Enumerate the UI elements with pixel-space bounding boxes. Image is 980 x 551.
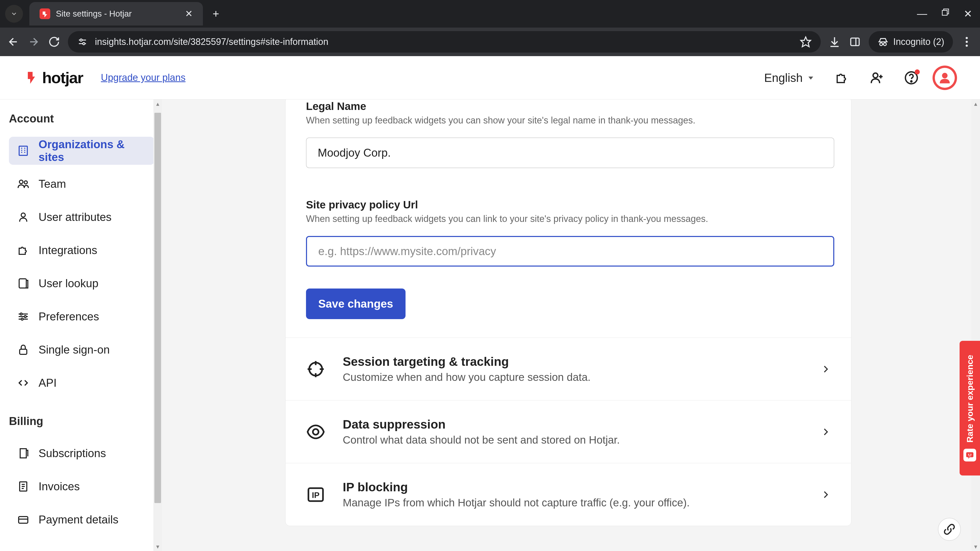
feedback-tab[interactable]: Rate your experience: [959, 341, 980, 475]
section-session-targeting[interactable]: Session targeting & tracking Customize w…: [286, 338, 851, 400]
svg-point-42: [20, 313, 22, 315]
reload-button[interactable]: [48, 35, 61, 48]
svg-rect-2: [942, 11, 947, 15]
favicon-icon: [40, 8, 50, 19]
copy-link-button[interactable]: [938, 518, 961, 541]
sidebar-section-billing: Billing: [9, 415, 154, 427]
sidebar-item-invoices[interactable]: Invoices: [9, 472, 154, 500]
hotjar-logo-icon: [24, 71, 38, 85]
tab-title: Site settings - Hotjar: [56, 9, 185, 19]
address-bar[interactable]: insights.hotjar.com/site/3825597/setting…: [68, 31, 821, 52]
svg-rect-38: [19, 279, 26, 288]
side-panel-button[interactable]: [848, 35, 862, 48]
svg-point-36: [24, 181, 27, 184]
user-avatar[interactable]: [932, 65, 957, 90]
section-title: Data suppression: [343, 417, 620, 431]
svg-point-22: [873, 73, 878, 78]
svg-point-62: [970, 454, 971, 455]
user-attributes-icon: [17, 211, 29, 223]
tab-close-icon[interactable]: ✕: [185, 8, 192, 19]
sidebar-item-payment-details[interactable]: Payment details: [9, 506, 154, 534]
window-minimize-button[interactable]: —: [917, 8, 927, 20]
hotjar-logo[interactable]: hotjar: [24, 68, 83, 87]
downloads-button[interactable]: [828, 35, 841, 48]
invite-user-button[interactable]: [870, 71, 884, 85]
target-icon: [306, 359, 325, 379]
code-icon: [17, 377, 29, 389]
section-ip-blocking[interactable]: IP IP blocking Manage IPs from which Hot…: [286, 463, 851, 526]
language-selector[interactable]: English: [764, 71, 815, 85]
scrollbar-thumb[interactable]: [154, 113, 161, 503]
sidebar-item-label: Team: [38, 178, 66, 190]
sidebar-item-label: Preferences: [38, 310, 99, 323]
svg-point-8: [83, 43, 85, 45]
chevron-right-icon: [821, 427, 831, 437]
invoices-icon: [17, 480, 29, 492]
app-header: hotjar Upgrade your plans English: [0, 56, 980, 100]
svg-point-35: [19, 180, 23, 184]
browser-tab[interactable]: Site settings - Hotjar ✕: [29, 2, 203, 25]
help-button[interactable]: [904, 71, 918, 85]
caret-down-icon: [807, 74, 815, 81]
browser-menu-button[interactable]: [960, 35, 974, 48]
section-data-suppression[interactable]: Data suppression Control what data shoul…: [286, 400, 851, 463]
upgrade-link[interactable]: Upgrade your plans: [101, 72, 186, 83]
sidebar-item-api[interactable]: API: [9, 369, 154, 397]
svg-rect-28: [19, 146, 27, 156]
extensions-button[interactable]: [835, 71, 849, 85]
new-tab-button[interactable]: +: [213, 7, 219, 20]
sidebar-item-sso[interactable]: Single sign-on: [9, 336, 154, 364]
privacy-url-input[interactable]: [306, 236, 834, 267]
section-title: IP blocking: [343, 480, 690, 494]
browser-toolbar: insights.hotjar.com/site/3825597/setting…: [0, 27, 980, 56]
svg-marker-63: [968, 457, 970, 459]
section-subtitle: Customize when and how you capture sessi…: [343, 371, 590, 383]
legal-name-input[interactable]: [306, 138, 834, 168]
sidebar-item-label: Integrations: [38, 244, 97, 257]
sidebar-item-preferences[interactable]: Preferences: [9, 303, 154, 330]
scroll-down-icon[interactable]: ▾: [971, 542, 980, 551]
scroll-down-icon[interactable]: ▾: [153, 542, 162, 551]
legal-name-hint: When setting up feedback widgets you can…: [306, 115, 832, 126]
link-icon: [943, 524, 955, 535]
puzzle-icon: [835, 71, 849, 85]
feedback-smiley-icon: [963, 449, 976, 462]
sidebar-item-user-attributes[interactable]: User attributes: [9, 203, 154, 231]
sidebar-item-label: Single sign-on: [38, 343, 110, 356]
svg-point-26: [911, 81, 912, 82]
forward-button[interactable]: [27, 35, 40, 48]
window-restore-button[interactable]: [941, 8, 950, 16]
svg-point-15: [880, 43, 883, 46]
url-text: insights.hotjar.com/site/3825597/setting…: [95, 37, 793, 47]
sidebar-item-integrations[interactable]: Integrations: [9, 236, 154, 264]
browser-chrome: Site settings - Hotjar ✕ + — ✕ insights.…: [0, 0, 980, 56]
svg-point-18: [966, 37, 968, 39]
card-icon: [17, 513, 29, 526]
svg-marker-21: [808, 76, 813, 79]
svg-point-27: [942, 73, 948, 78]
feedback-label: Rate your experience: [965, 355, 975, 443]
tabs-dropdown-button[interactable]: [5, 5, 23, 23]
scroll-up-icon[interactable]: ▴: [971, 100, 980, 108]
save-changes-button[interactable]: Save changes: [306, 289, 406, 319]
sidebar-item-label: Subscriptions: [38, 447, 106, 460]
svg-point-44: [21, 318, 23, 320]
user-icon: [938, 71, 951, 84]
incognito-label: Incognito (2): [893, 37, 944, 47]
section-title: Session targeting & tracking: [343, 354, 590, 368]
back-button[interactable]: [6, 35, 20, 48]
sidebar-item-label: API: [38, 376, 57, 389]
incognito-indicator[interactable]: Incognito (2): [869, 31, 953, 52]
scroll-up-icon[interactable]: ▴: [153, 100, 162, 108]
sidebar-item-subscriptions[interactable]: Subscriptions: [9, 439, 154, 467]
preferences-icon: [17, 310, 29, 323]
site-controls-icon[interactable]: [77, 37, 88, 47]
sidebar-item-organizations[interactable]: Organizations & sites: [9, 137, 154, 165]
main-scrollbar[interactable]: ▴ ▾: [971, 100, 980, 551]
sidebar-scrollbar[interactable]: ▴ ▾: [153, 100, 162, 551]
star-icon[interactable]: [800, 36, 811, 48]
sidebar-item-user-lookup[interactable]: User lookup: [9, 269, 154, 297]
sidebar-item-label: Payment details: [38, 513, 118, 526]
sidebar-item-team[interactable]: Team: [9, 170, 154, 198]
window-close-button[interactable]: ✕: [964, 8, 972, 20]
